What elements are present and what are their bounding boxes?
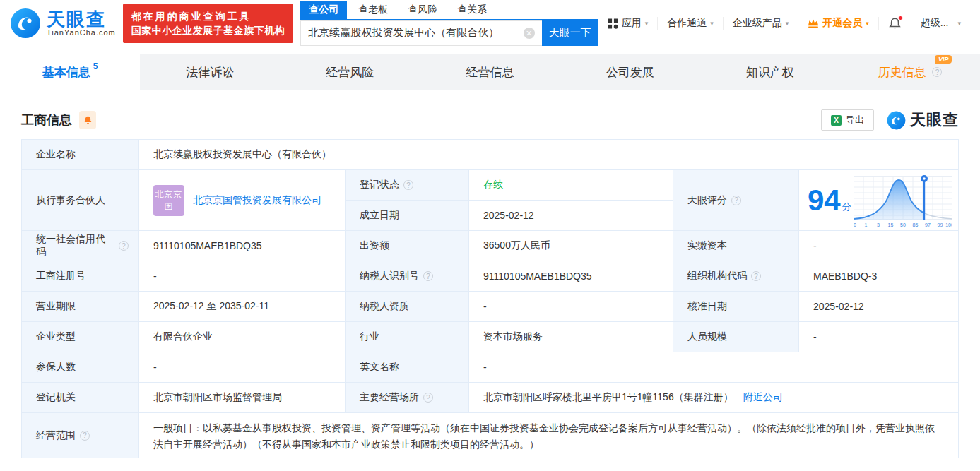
partner-avatar[interactable]: 北京京国: [153, 185, 184, 216]
export-label: 导出: [846, 114, 864, 126]
nav-partner-channel[interactable]: 合作通道 ▾: [657, 17, 723, 30]
tab-intellectual-property[interactable]: 知识产权: [700, 54, 840, 90]
field-label-english-name: 英文名称: [346, 352, 469, 383]
nearby-companies-link[interactable]: 附近公司: [743, 391, 783, 404]
svg-text:15: 15: [888, 222, 894, 227]
svg-text:85: 85: [913, 222, 919, 227]
field-label-establish-date: 成立日期: [346, 201, 469, 231]
field-value-staff-size: -: [799, 322, 959, 352]
field-value-company-name: 北京续赢股权投资发展中心（有限合伙）: [139, 140, 959, 170]
score-number: 94: [808, 186, 841, 215]
nav-partner-label: 合作通道: [667, 17, 707, 30]
field-label-taxpayer-id: 纳税人识别号 ?: [346, 261, 469, 292]
export-button[interactable]: X 导出: [821, 109, 874, 131]
tab-history-info[interactable]: 历史信息 ? VIP: [840, 54, 980, 90]
question-icon[interactable]: ?: [731, 196, 741, 205]
business-info-table: 企业名称 北京续赢股权投资发展中心（有限合伙） 执行事务合伙人 北京京国 北京京…: [21, 139, 959, 458]
tab-basic-info[interactable]: 基本信息 5: [0, 54, 140, 90]
vip-badge: VIP: [935, 55, 952, 64]
field-label-taxpayer-quality: 纳税人资质: [346, 292, 469, 322]
search-tab-boss[interactable]: 查老板: [350, 1, 396, 19]
chevron-down-icon: ▾: [957, 20, 961, 27]
field-label-registration-authority: 登记机关: [22, 383, 139, 413]
field-value-credit-code: 91110105MAEB1BDQ35: [139, 231, 346, 261]
question-icon[interactable]: ?: [423, 271, 433, 281]
field-label-company-name: 企业名称: [22, 140, 139, 170]
excel-icon: X: [831, 115, 842, 126]
nav-apps[interactable]: 应用 ▾: [598, 17, 658, 30]
field-value-taxpayer-id: 91110105MAEB1BDQ35: [469, 261, 673, 292]
monitor-bell-button[interactable]: [79, 111, 96, 129]
field-value-approval-date: 2025-02-12: [799, 292, 959, 322]
tab-legal-litigation[interactable]: 法律诉讼: [140, 54, 280, 90]
tianyancha-watermark-icon: [887, 111, 906, 130]
field-label-tianyan-score: 天眼评分 ?: [673, 170, 799, 231]
notification-dot: [898, 16, 903, 20]
tianyancha-logo-icon: [10, 8, 41, 39]
svg-text:3: 3: [877, 222, 880, 227]
orange-bell-icon: [83, 115, 93, 125]
svg-text:99: 99: [938, 222, 943, 227]
search-tab-risk[interactable]: 查风险: [399, 1, 446, 19]
field-value-english-name: -: [469, 352, 959, 383]
nav-account[interactable]: 超级... ▾: [911, 17, 970, 30]
nav-vip-label: 开通会员: [822, 17, 862, 30]
nav-notifications[interactable]: [878, 17, 911, 30]
field-label-insured-count: 参保人数: [22, 352, 139, 383]
field-label-business-scope: 经营范围 ?: [22, 413, 139, 458]
field-value-establish-date: 2025-02-12: [469, 201, 673, 231]
tab-basic-info-count: 5: [93, 61, 98, 71]
chevron-down-icon: ▾: [866, 20, 869, 27]
section-title: 工商信息: [21, 112, 72, 129]
field-label-industry: 行业: [346, 322, 469, 352]
clear-search-icon[interactable]: ✕: [524, 28, 535, 39]
tab-company-development[interactable]: 公司发展: [560, 54, 700, 90]
promo-line1: 都在用的商业查询工具: [131, 9, 285, 23]
nav-account-label: 超级...: [921, 17, 949, 30]
field-value-tianyan-score[interactable]: 94 分 0 1 3 15 50 85 97 99 100: [799, 170, 959, 231]
question-icon[interactable]: ?: [80, 431, 90, 441]
field-value-insured-count: -: [139, 352, 346, 383]
field-value-company-type: 有限合伙企业: [139, 322, 346, 352]
field-value-taxpayer-quality: -: [469, 292, 673, 322]
field-label-registration-status: 登记状态 ?: [346, 170, 469, 201]
field-label-org-code: 组织机构代码 ?: [673, 261, 799, 292]
watermark-text: 天眼查: [910, 109, 959, 131]
question-icon[interactable]: ?: [403, 180, 413, 190]
tianyancha-logo[interactable]: 天眼查 TianYanCha.com: [10, 8, 116, 39]
address-text: 北京市朝阳区呼家楼北里平房甲1号1幢1156（集群注册）: [483, 391, 733, 404]
search-button[interactable]: 天眼一下: [542, 20, 598, 46]
question-icon[interactable]: ?: [751, 271, 761, 281]
field-value-contribution: 36500万人民币: [469, 231, 673, 261]
chevron-down-icon: ▾: [786, 20, 789, 27]
search-box: ✕: [300, 20, 541, 46]
field-value-registration-status: 存续: [469, 170, 673, 201]
field-label-contribution: 出资额: [346, 231, 469, 261]
field-value-business-address: 北京市朝阳区呼家楼北里平房甲1号1幢1156（集群注册） 附近公司: [469, 383, 959, 413]
promo-banner: 都在用的商业查询工具 国家中小企业发展子基金旗下机构: [123, 4, 294, 44]
search-tab-company[interactable]: 查公司: [300, 1, 347, 19]
nav-open-vip[interactable]: 开通会员 ▾: [798, 17, 878, 30]
chevron-down-icon: ▾: [710, 20, 714, 27]
nav-enterprise-label: 企业级产品: [733, 17, 782, 30]
tab-operation-info[interactable]: 经营信息: [420, 54, 560, 90]
question-icon[interactable]: ?: [119, 241, 129, 251]
field-value-paid-capital: -: [799, 231, 959, 261]
search-input[interactable]: [308, 27, 523, 39]
field-label-executive-partner: 执行事务合伙人: [22, 170, 139, 231]
field-value-executive-partner: 北京京国 北京京国管投资发展有限公司: [139, 170, 346, 231]
brand-name: 天眼查: [47, 10, 116, 29]
score-distribution-chart: 0 1 3 15 50 85 97 99 100: [854, 173, 952, 228]
tab-operation-risk[interactable]: 经营风险: [280, 54, 420, 90]
watermark-logo: 天眼查: [887, 109, 959, 131]
company-detail-tabs: 基本信息 5 法律诉讼 经营风险 经营信息 公司发展 知识产权 历史信息 ? V…: [0, 54, 980, 90]
svg-text:0: 0: [854, 222, 856, 227]
search-tab-relation[interactable]: 查关系: [449, 1, 495, 19]
brand-domain: TianYanCha.com: [47, 29, 116, 37]
question-icon[interactable]: ?: [932, 67, 942, 77]
partner-company-link[interactable]: 北京京国管投资发展有限公司: [193, 194, 321, 207]
question-icon[interactable]: ?: [423, 393, 433, 403]
field-label-credit-code: 统一社会信用代码 ?: [22, 231, 139, 261]
nav-enterprise-products[interactable]: 企业级产品 ▾: [723, 17, 798, 30]
search-tabs: 查公司 查老板 查风险 查关系: [300, 1, 598, 20]
